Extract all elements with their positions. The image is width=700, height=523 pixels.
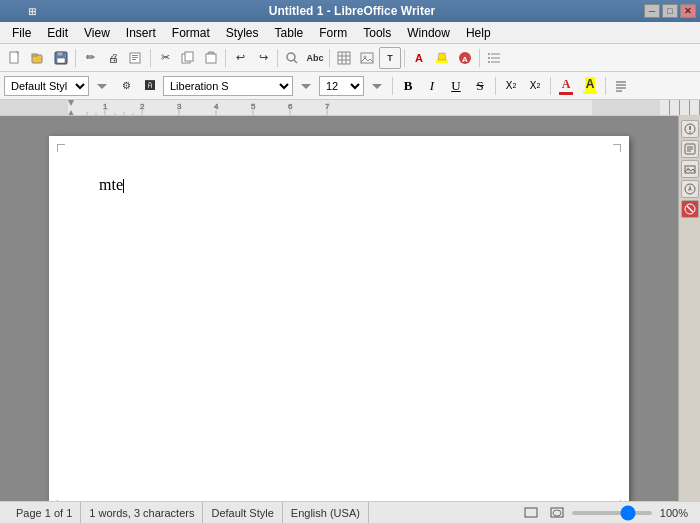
menu-insert[interactable]: Insert: [118, 24, 164, 42]
menu-file[interactable]: File: [4, 24, 39, 42]
zoom-slider[interactable]: [572, 511, 652, 515]
standard-view-button[interactable]: [520, 502, 542, 524]
svg-rect-0: [10, 52, 18, 63]
bold-button[interactable]: B: [397, 76, 419, 96]
textbox-button[interactable]: T: [379, 47, 401, 69]
maximize-button[interactable]: □: [662, 4, 678, 18]
font-size-select[interactable]: 12 8 10 14 16 18 24 36 48: [319, 76, 364, 96]
superscript-button[interactable]: X2: [500, 76, 522, 96]
ruler-inner: 1 2 3 4 5 6 7: [0, 100, 700, 115]
corner-tr: [613, 144, 621, 152]
svg-text:2: 2: [140, 102, 145, 111]
svg-rect-8: [132, 57, 138, 58]
character-button[interactable]: A: [454, 47, 476, 69]
font-name-select[interactable]: Liberation S Liberation Serif Arial Time…: [163, 76, 293, 96]
para-style-dropdown[interactable]: [91, 75, 113, 97]
sidebar-btn-2[interactable]: [681, 140, 699, 158]
svg-rect-23: [436, 60, 448, 63]
menu-edit[interactable]: Edit: [39, 24, 76, 42]
sidebar-btn-5[interactable]: [681, 200, 699, 218]
menu-help[interactable]: Help: [458, 24, 499, 42]
find-button[interactable]: [281, 47, 303, 69]
svg-point-30: [488, 53, 490, 55]
toolbar1: ✏ 🖨 ✂ ↩ ↪ Abc T A A: [0, 44, 700, 72]
sidebar-btn-1[interactable]: [681, 120, 699, 138]
menu-bar: File Edit View Insert Format Styles Tabl…: [0, 22, 700, 44]
close-button[interactable]: ✕: [680, 4, 696, 18]
edit-button[interactable]: ✏: [79, 47, 101, 69]
paste-button[interactable]: [200, 47, 222, 69]
para-style-icon[interactable]: ⚙: [115, 75, 137, 97]
svg-rect-9: [132, 59, 136, 60]
text-content-area[interactable]: mte: [99, 176, 579, 476]
fontcolor-button[interactable]: A: [408, 47, 430, 69]
highlight-button[interactable]: [431, 47, 453, 69]
svg-rect-5: [57, 58, 65, 63]
svg-point-78: [553, 510, 561, 516]
menu-format[interactable]: Format: [164, 24, 218, 42]
fmt-sep1: [392, 77, 393, 95]
redo-button[interactable]: ↪: [252, 47, 274, 69]
subscript-button[interactable]: X2: [524, 76, 546, 96]
preview-button[interactable]: [125, 47, 147, 69]
svg-text:A: A: [462, 55, 468, 64]
strikethrough-button[interactable]: S: [469, 76, 491, 96]
paragraph-button[interactable]: [610, 76, 632, 96]
open-button[interactable]: [27, 47, 49, 69]
size-dropdown[interactable]: [366, 75, 388, 97]
highlight-strip[interactable]: A: [579, 76, 601, 96]
copy-button[interactable]: [177, 47, 199, 69]
svg-text:5: 5: [251, 102, 256, 111]
save-button[interactable]: [50, 47, 72, 69]
web-view-button[interactable]: [546, 502, 568, 524]
print-button[interactable]: 🖨: [102, 47, 124, 69]
menu-form[interactable]: Form: [311, 24, 355, 42]
svg-marker-33: [97, 84, 107, 89]
sep3: [225, 49, 226, 67]
svg-marker-34: [301, 84, 311, 89]
fmt-sep2: [495, 77, 496, 95]
svg-text:3: 3: [177, 102, 182, 111]
language-info: English (USA): [283, 502, 369, 523]
word-count: 1 words, 3 characters: [81, 502, 203, 523]
undo-button[interactable]: ↩: [229, 47, 251, 69]
table-button[interactable]: [333, 47, 355, 69]
svg-point-31: [488, 57, 490, 59]
corner-bl: [57, 500, 65, 501]
italic-button[interactable]: I: [421, 76, 443, 96]
menu-view[interactable]: View: [76, 24, 118, 42]
new-button[interactable]: [4, 47, 26, 69]
minimize-button[interactable]: ─: [644, 4, 660, 18]
fontcolor-strip[interactable]: A: [555, 76, 577, 96]
sep4: [277, 49, 278, 67]
document-page[interactable]: mte: [49, 136, 629, 501]
svg-point-65: [689, 131, 691, 133]
font-dropdown[interactable]: [295, 75, 317, 97]
paragraph-style-select[interactable]: Default Styl Heading 1 Heading 2 Body Te…: [4, 76, 89, 96]
menu-window[interactable]: Window: [399, 24, 458, 42]
menu-tools[interactable]: Tools: [355, 24, 399, 42]
menu-table[interactable]: Table: [267, 24, 312, 42]
svg-rect-13: [206, 54, 216, 63]
page-info: Page 1 of 1: [8, 502, 81, 523]
svg-point-32: [488, 61, 490, 63]
svg-text:6: 6: [288, 102, 293, 111]
svg-rect-76: [525, 508, 537, 517]
menu-styles[interactable]: Styles: [218, 24, 267, 42]
image-button[interactable]: [356, 47, 378, 69]
spellcheck-button[interactable]: Abc: [304, 47, 326, 69]
document-area[interactable]: mte: [0, 116, 678, 501]
sep7: [479, 49, 480, 67]
window-controls: ─ □ ✕: [644, 4, 700, 18]
zoom-level: 100%: [656, 507, 692, 519]
fmt-sep4: [605, 77, 606, 95]
sidebar-btn-3[interactable]: [681, 160, 699, 178]
text-cursor: [123, 179, 124, 193]
list-button[interactable]: [483, 47, 505, 69]
cut-button[interactable]: ✂: [154, 47, 176, 69]
status-bar: Page 1 of 1 1 words, 3 characters Defaul…: [0, 501, 700, 523]
font-icon[interactable]: 🅰: [139, 75, 161, 97]
svg-rect-21: [361, 53, 373, 63]
sidebar-btn-4[interactable]: [681, 180, 699, 198]
underline-button[interactable]: U: [445, 76, 467, 96]
